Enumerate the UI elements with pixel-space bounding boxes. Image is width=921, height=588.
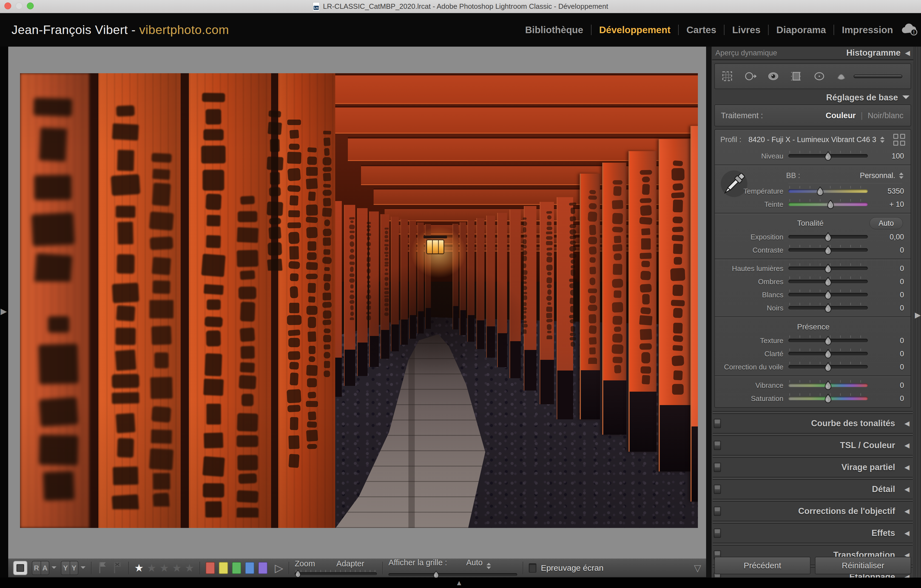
slider-value[interactable]: 0 — [868, 337, 904, 345]
slider-value[interactable]: 0 — [868, 291, 904, 299]
star-1[interactable]: ★ — [134, 562, 144, 574]
slider-track[interactable] — [788, 393, 868, 404]
slider-track[interactable] — [788, 199, 868, 210]
hide-right-panel-arrow-icon[interactable]: ▶ — [915, 311, 921, 319]
slider-thumb[interactable] — [825, 151, 832, 161]
wb-carets-icon[interactable] — [899, 173, 903, 179]
slider-track[interactable] — [788, 361, 868, 373]
collapse-toolbar-icon[interactable]: ▽ — [694, 562, 701, 573]
grid-mode-select[interactable]: Auto — [466, 558, 483, 567]
slider-thumb[interactable] — [825, 232, 832, 242]
spot-removal-icon[interactable] — [742, 68, 758, 84]
panel-enable-toggle[interactable] — [714, 528, 721, 538]
profile-browser-icon[interactable] — [893, 134, 905, 146]
slider-value[interactable]: 0 — [868, 246, 904, 254]
slider-value[interactable]: 0 — [868, 264, 904, 273]
slider-value[interactable]: 0 — [868, 350, 904, 358]
adjustment-brush-icon[interactable] — [835, 68, 848, 84]
reference-view-button[interactable]: RA — [32, 561, 49, 575]
slider-thumb[interactable] — [825, 336, 832, 345]
slider-value[interactable]: + 10 — [868, 200, 904, 209]
slider-track[interactable] — [788, 244, 868, 256]
reference-view-caret-icon[interactable] — [52, 566, 57, 571]
treatment-couleur[interactable]: Couleur — [826, 111, 856, 120]
panel-enable-toggle[interactable] — [714, 507, 721, 516]
panel-enable-toggle[interactable] — [714, 441, 721, 450]
module-impression[interactable]: Impression — [842, 24, 893, 35]
slider-track[interactable] — [788, 263, 868, 274]
histogram-header[interactable]: Aperçu dynamique Histogramme ◀ — [711, 47, 914, 59]
cloud-sync-alert-icon[interactable]: ! — [901, 23, 918, 36]
close-button[interactable] — [4, 2, 11, 9]
histogram-collapse-arrow-icon[interactable]: ◀ — [905, 49, 910, 57]
slider-thumb[interactable] — [825, 349, 832, 358]
zoom-button[interactable] — [27, 2, 34, 9]
filmstrip-collapsed[interactable]: ▲ — [0, 578, 921, 588]
slider-track[interactable] — [788, 276, 868, 287]
color-label-3[interactable] — [232, 562, 241, 574]
panel-effets[interactable]: Effets◀ — [711, 524, 914, 543]
grid-size-slider[interactable] — [389, 571, 517, 578]
slider-thumb[interactable] — [825, 362, 832, 371]
slider-value[interactable]: 5350 — [868, 187, 904, 195]
slider-track[interactable] — [788, 186, 868, 197]
panel-collapse-arrow-icon[interactable]: ◀ — [905, 464, 910, 471]
basic-panel-header[interactable]: Réglages de base — [711, 91, 914, 104]
slider-value[interactable]: 100 — [868, 152, 904, 160]
zoom-label[interactable]: Zoom — [295, 559, 315, 568]
minimize-button[interactable] — [16, 2, 23, 9]
color-label-2[interactable] — [219, 562, 228, 574]
module-bibliotheque[interactable]: Bibliothèque — [525, 24, 583, 35]
panel-collapse-arrow-icon[interactable]: ◀ — [905, 529, 910, 537]
profile-carets-icon[interactable] — [880, 137, 885, 143]
flag-reject-icon[interactable] — [112, 561, 123, 575]
slider-value[interactable]: 0 — [868, 394, 904, 403]
module-developpement[interactable]: Développement — [599, 24, 671, 35]
slider-track[interactable] — [788, 335, 868, 346]
panel-collapse-arrow-icon[interactable]: ◀ — [905, 507, 910, 515]
slider-value[interactable]: 0 — [868, 363, 904, 371]
slider-thumb[interactable] — [825, 290, 832, 300]
slider-thumb[interactable] — [825, 303, 832, 313]
star-2[interactable]: ★ — [147, 562, 156, 574]
slider-thumb[interactable] — [825, 264, 832, 273]
slider-track[interactable] — [788, 150, 868, 162]
filmstrip-reveal-arrow-icon[interactable]: ▲ — [456, 579, 463, 587]
wb-select[interactable]: Personnal. — [860, 171, 895, 180]
slider-track[interactable] — [788, 380, 868, 391]
slider-thumb[interactable] — [825, 381, 832, 390]
red-eye-correction-icon[interactable] — [765, 68, 781, 84]
zoom-slider[interactable] — [295, 570, 377, 577]
slider-thumb[interactable] — [825, 246, 832, 255]
reset-button[interactable]: Réinitialiser — [815, 557, 911, 574]
panel-collapse-arrow-icon[interactable]: ◀ — [905, 441, 910, 449]
white-balance-eyedropper-icon[interactable] — [719, 168, 749, 200]
grid-mode-carets-icon[interactable] — [487, 563, 491, 569]
crop-overlay-icon[interactable] — [719, 68, 735, 84]
slider-thumb[interactable] — [817, 186, 824, 196]
before-after-view-button[interactable]: YY — [61, 561, 78, 575]
play-impromptu-slideshow-icon[interactable]: ▷ — [275, 562, 283, 574]
module-livres[interactable]: Livres — [732, 24, 760, 35]
panel-enable-toggle[interactable] — [714, 463, 721, 472]
left-panel-collapsed[interactable]: ▶ — [0, 47, 8, 578]
slider-track[interactable] — [788, 231, 868, 243]
slider-value[interactable]: 0 — [868, 304, 904, 313]
titlebar[interactable]: Lrc LR-CLASSIC_CatMBP_2020.lrcat - Adobe… — [0, 0, 921, 13]
slider-thumb[interactable] — [825, 394, 832, 403]
panel-courbe-des-tonalites[interactable]: Courbe des tonalités◀ — [711, 414, 914, 433]
panel-corrections-de-l-objectif[interactable]: Corrections de l'objectif◀ — [711, 502, 914, 521]
slider-track[interactable] — [788, 348, 868, 360]
star-5[interactable]: ★ — [185, 562, 194, 574]
panel-virage-partiel[interactable]: Virage partiel◀ — [711, 458, 914, 477]
panel-collapse-arrow-icon[interactable]: ◀ — [905, 420, 910, 427]
treatment-noir-blanc[interactable]: Noir/blanc — [867, 111, 903, 120]
slider-track[interactable] — [788, 289, 868, 301]
loupe-view-button[interactable] — [13, 561, 28, 575]
color-label-4[interactable] — [245, 562, 254, 574]
slider-thumb[interactable] — [827, 200, 834, 209]
show-left-panel-arrow-icon[interactable]: ▶ — [0, 307, 7, 315]
panel-collapse-arrow-icon[interactable]: ◀ — [905, 485, 910, 493]
star-rating[interactable]: ★★★★★ — [134, 562, 194, 574]
color-label-5[interactable] — [258, 562, 267, 574]
